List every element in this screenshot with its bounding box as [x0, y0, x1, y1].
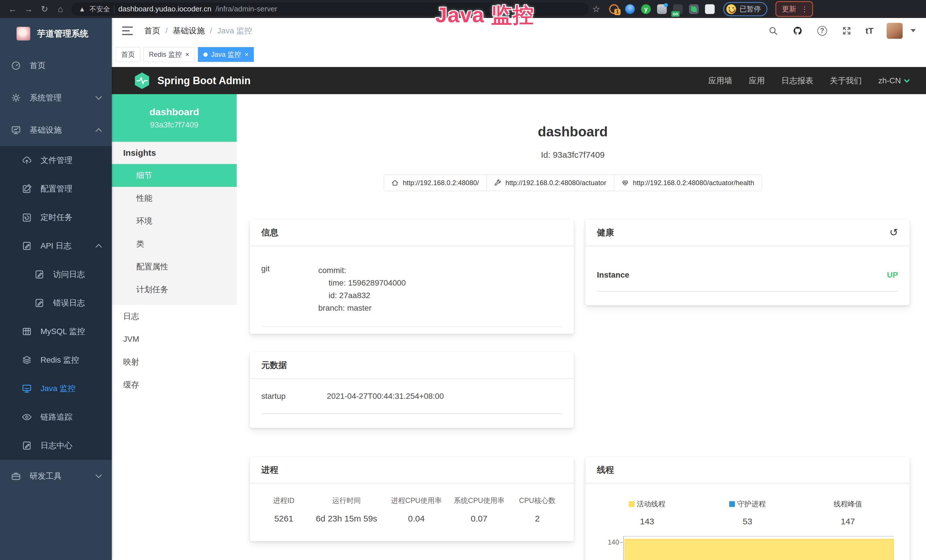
sba-menu-environment[interactable]: 环境 — [112, 210, 237, 233]
monitor-icon — [10, 124, 22, 136]
layers-icon — [21, 354, 33, 366]
breadcrumb-home[interactable]: 首页 — [144, 26, 160, 36]
paused-profile-pill[interactable]: 已暂停 — [723, 2, 767, 16]
url-host[interactable]: dashboard.yudao.iocoder.cn — [118, 5, 212, 14]
sidebar-item-dev-tools[interactable]: 研发工具 — [0, 460, 112, 492]
on-badge: on — [671, 11, 680, 17]
tab-home[interactable]: 首页 — [116, 47, 140, 62]
sba-menu-config-props[interactable]: 配置属性 — [112, 255, 237, 278]
reload-icon[interactable]: ↻ — [38, 4, 51, 14]
status-badge: UP — [887, 271, 898, 280]
sba-instance-header[interactable]: dashboard 93a3fc7f7409 — [112, 94, 237, 142]
live-threads-area-series — [624, 539, 894, 560]
sba-menu-logs[interactable]: 日志 — [112, 305, 237, 328]
legend-swatch-blue — [729, 501, 735, 507]
sba-nav-journal[interactable]: 日志报表 — [781, 75, 813, 86]
user-avatar[interactable] — [887, 23, 903, 39]
process-table-col: 进程ID 5261 — [261, 496, 306, 524]
sidebar-item-tracing[interactable]: 链路追踪 — [0, 403, 112, 431]
sidebar-item-mysql-monitor[interactable]: MySQL 监控 — [0, 317, 112, 346]
sba-menu-caches[interactable]: 缓存 — [112, 374, 237, 396]
sidebar-item-error-logs[interactable]: 错误日志 — [0, 289, 112, 317]
sidebar-item-java-monitor[interactable]: Java 监控 — [0, 374, 112, 403]
sba-locale-select[interactable]: zh-CN — [878, 76, 909, 85]
sidebar-item-scheduled-jobs[interactable]: 定时任务 — [0, 203, 112, 232]
sidebar-item-api-logs[interactable]: API 日志 — [0, 232, 112, 260]
annotation-java-monitor: Java 监控 — [411, 1, 559, 30]
leaf-extension-icon[interactable] — [689, 4, 699, 14]
monitor-icon — [21, 383, 33, 394]
threads-stats: 活动线程 143 守护进程 53 — [597, 499, 898, 526]
breadcrumb-infrastructure[interactable]: 基础设施 — [173, 26, 205, 36]
help-icon[interactable]: ? — [817, 25, 828, 36]
github-icon[interactable] — [792, 25, 803, 36]
back-icon[interactable]: ← — [6, 4, 20, 14]
close-icon[interactable]: × — [244, 50, 248, 59]
chevron-down-icon — [95, 472, 102, 478]
app-logo-image — [17, 27, 30, 41]
sidebar-item-file-management[interactable]: 文件管理 — [0, 146, 112, 175]
tab-java-monitor[interactable]: Java 监控 × — [198, 47, 254, 62]
yudao-extension-icon[interactable]: y — [641, 4, 651, 14]
sba-menu-details[interactable]: 细节 — [112, 164, 237, 187]
app-logo-row[interactable]: 芋道管理系统 — [0, 18, 112, 49]
refresh-extension-icon[interactable]: 1 — [609, 4, 619, 14]
app-sidebar-menu: 首页 系统管理 基础设施 文件管理 配置管理 — [0, 49, 112, 560]
history-icon[interactable]: ↺ — [890, 227, 898, 238]
sba-menu-mappings[interactable]: 映射 — [112, 351, 237, 374]
sba-nav-applications[interactable]: 应用 — [749, 75, 765, 86]
emoji-avatar-icon — [726, 4, 736, 14]
fullscreen-icon[interactable] — [841, 25, 852, 36]
sidebar-item-system[interactable]: 系统管理 — [0, 82, 112, 114]
switch-extension-icon[interactable]: on — [673, 4, 683, 14]
update-browser-button[interactable]: 更新 ⋮ — [775, 1, 813, 17]
tab-redis-monitor[interactable]: Redis 监控 × — [144, 47, 195, 62]
header-actions: ? tT — [767, 23, 916, 39]
sba-nav-about[interactable]: 关于我们 — [830, 75, 862, 86]
health-card-header: 健康 ↺ — [586, 219, 909, 246]
service-url-chip[interactable]: http://192.168.0.2:48080/ — [384, 175, 487, 191]
sidebar-item-access-logs[interactable]: 访问日志 — [0, 260, 112, 289]
actuator-url-chip[interactable]: http://192.168.0.2:48080/actuator — [486, 175, 614, 191]
chart-plot-area — [623, 536, 894, 560]
sba-brand-title[interactable]: Spring Boot Admin — [157, 75, 251, 87]
avatar-caret-icon[interactable] — [911, 29, 916, 32]
sidebar-item-config-management[interactable]: 配置管理 — [0, 175, 112, 203]
menu-kebab-icon[interactable]: ⋮ — [801, 5, 808, 13]
url-path[interactable]: /infra/admin-server — [215, 5, 277, 14]
search-icon[interactable] — [767, 25, 779, 36]
forward-icon[interactable]: → — [22, 4, 35, 14]
sidebar-collapse-icon[interactable] — [122, 27, 133, 35]
info-card-header: 信息 — [250, 219, 574, 246]
legend-swatch-yellow — [629, 501, 634, 507]
puzzle-extension-icon[interactable] — [705, 4, 715, 14]
security-label[interactable]: 不安全 — [89, 5, 110, 14]
edit-square-icon — [21, 183, 33, 195]
sba-content: dashboard Id: 93a3fc7f7409 http://192.16… — [237, 94, 926, 560]
eye-icon — [21, 412, 33, 423]
sba-menu-classes[interactable]: 类 — [112, 233, 237, 255]
pin-extension-icon[interactable] — [625, 4, 635, 14]
close-icon[interactable]: × — [185, 50, 189, 59]
bookmark-star-icon[interactable]: ☆ — [592, 4, 600, 14]
grid-extension-icon[interactable] — [657, 4, 667, 14]
sidebar-item-log-center[interactable]: 日志中心 — [0, 431, 112, 460]
sidebar-item-infrastructure[interactable]: 基础设施 — [0, 114, 112, 146]
log-edit-icon — [21, 440, 33, 451]
sidebar-item-redis-monitor[interactable]: Redis 监控 — [0, 346, 112, 374]
sba-nav-wallboard[interactable]: 应用墙 — [708, 75, 732, 86]
font-size-icon[interactable]: tT — [865, 26, 873, 36]
sba-menu-jvm[interactable]: JVM — [112, 328, 237, 351]
log-edit-icon — [21, 240, 33, 251]
health-url-chip[interactable]: http://192.168.0.2:48080/actuator/health — [614, 175, 762, 191]
sba-menu-scheduled-tasks[interactable]: 计划任务 — [112, 278, 237, 301]
sba-menu-metrics[interactable]: 性能 — [112, 187, 237, 210]
sba-header: Spring Boot Admin 应用墙 应用 日志报表 关于我们 zh-CN — [112, 67, 926, 94]
home-icon[interactable]: ⌂ — [54, 4, 67, 14]
page-subtitle: Id: 93a3fc7f7409 — [237, 150, 909, 160]
git-commit-lines: commit: time: 1596289704000 id: 27aa832 … — [318, 264, 406, 314]
table-row[interactable]: Instance UP — [597, 271, 898, 292]
toolbox-icon — [10, 471, 22, 482]
table-row: git commit: time: 1596289704000 id: 27aa… — [261, 264, 562, 327]
sidebar-item-home[interactable]: 首页 — [0, 49, 112, 82]
